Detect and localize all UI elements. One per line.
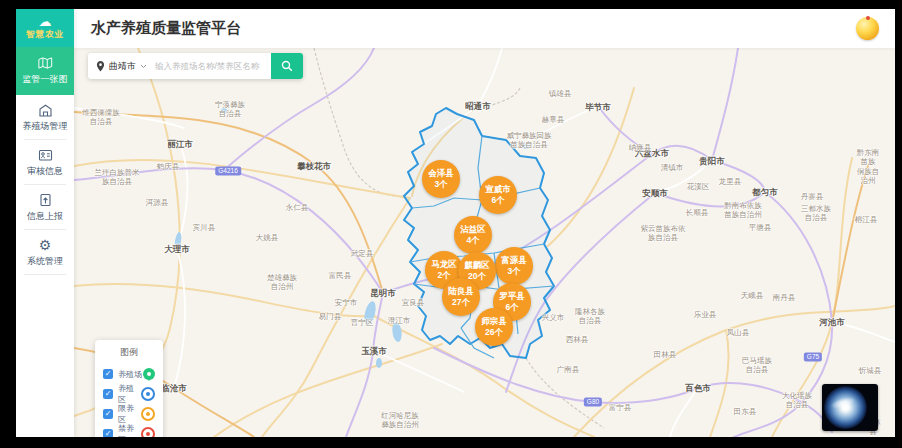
sidebar-divider [24, 274, 66, 275]
user-avatar[interactable] [856, 17, 879, 40]
gear-icon: ⚙ [39, 238, 52, 252]
legend-checkbox[interactable]: ✓ [103, 369, 113, 379]
search-icon [281, 60, 293, 72]
marker-count: 3个 [507, 266, 520, 277]
sidebar-item-label: 系统管理 [27, 255, 63, 268]
marker-county-name: 罗平县 [499, 291, 525, 302]
legend-item: ✓限养区 [103, 404, 155, 424]
marker-count: 6个 [505, 302, 518, 313]
report-icon [38, 193, 53, 207]
satellite-view-toggle[interactable] [822, 384, 878, 431]
road-number-badge: G75 [804, 352, 822, 361]
search-bar: 曲靖市 [88, 53, 303, 79]
cloud-icon: ☁ [39, 15, 52, 28]
legend-checkbox[interactable]: ✓ [103, 409, 113, 419]
marker-county-name: 会泽县 [428, 168, 454, 179]
marker-county-name: 马龙区 [431, 259, 457, 270]
county-cluster-marker[interactable]: 富源县3个 [495, 247, 533, 285]
marker-county-name: 沾益区 [460, 224, 486, 235]
audit-icon [38, 148, 53, 162]
marker-count: 2个 [437, 270, 450, 281]
marker-count: 26个 [485, 327, 503, 338]
marker-county-name: 富源县 [501, 255, 527, 266]
sidebar-item-label: 养殖场管理 [23, 120, 68, 133]
legend-item-label: 养殖区 [118, 383, 141, 405]
legend-panel: 图例 ✓养殖场✓养殖区✓限养区✓禁养区 [95, 340, 163, 437]
map-icon [38, 56, 53, 70]
marker-county-name: 陆良县 [448, 286, 474, 297]
legend-item-label: 禁养区 [118, 423, 141, 437]
county-cluster-marker[interactable]: 沾益区4个 [454, 216, 492, 254]
county-cluster-marker[interactable]: 宣威市6个 [479, 176, 517, 214]
legend-items: ✓养殖场✓养殖区✓限养区✓禁养区 [103, 364, 155, 437]
zone-ring-icon [141, 407, 155, 421]
sidebar-item-info-report[interactable]: 信息上报 [16, 185, 74, 230]
zone-ring-icon [141, 387, 155, 401]
legend-checkbox[interactable]: ✓ [103, 389, 113, 399]
location-pin-icon [96, 61, 105, 72]
sidebar: ☁ 智慧农业 监管一张图 养殖场管理 审核信息 [16, 9, 74, 437]
sidebar-item-label: 监管一张图 [23, 73, 68, 86]
legend-title: 图例 [103, 346, 155, 359]
road-number-badge: G80 [584, 397, 602, 406]
county-cluster-marker[interactable]: 会泽县3个 [422, 160, 460, 198]
legend-item: ✓禁养区 [103, 424, 155, 437]
city-select[interactable]: 曲靖市 [109, 60, 136, 73]
marker-county-name: 麒麟区 [464, 260, 490, 271]
legend-item-label: 养殖场 [118, 369, 143, 380]
county-cluster-marker[interactable]: 陆良县27个 [442, 278, 480, 316]
marker-count: 4个 [466, 235, 479, 246]
zone-ring-icon [141, 427, 155, 437]
farm-icon [38, 103, 53, 117]
app-logo-title: 智慧农业 [26, 29, 64, 41]
sidebar-item-farm-management[interactable]: 养殖场管理 [16, 95, 74, 140]
legend-item-label: 限养区 [118, 403, 141, 425]
legend-item: ✓养殖场 [103, 364, 155, 384]
marker-count: 27个 [452, 297, 470, 308]
marker-count: 3个 [434, 179, 447, 190]
sidebar-item-audit-info[interactable]: 审核信息 [16, 140, 74, 185]
search-button[interactable] [271, 53, 303, 79]
legend-item: ✓养殖区 [103, 384, 155, 404]
marker-county-name: 师宗县 [481, 316, 507, 327]
top-header: 水产养殖质量监管平台 [74, 9, 895, 48]
search-input[interactable] [153, 60, 271, 72]
chevron-down-icon[interactable] [140, 64, 147, 69]
page-title: 水产养殖质量监管平台 [91, 19, 241, 38]
county-cluster-marker[interactable]: 师宗县26个 [475, 308, 513, 346]
road-number-badge: G4216 [215, 166, 241, 175]
app-window: 水产养殖质量监管平台 ☁ 智慧农业 监管一张图 养殖场管理 [16, 9, 895, 437]
map-canvas[interactable]: 昭通市毕节市六盘水市贵阳市安顺市都匀市丽江市大理市攀枝花市昆明市玉溪市临沧市河池… [74, 48, 895, 437]
sidebar-item-label: 审核信息 [27, 165, 63, 178]
marker-county-name: 宣威市 [485, 184, 511, 195]
farm-pin-icon [143, 368, 155, 380]
legend-checkbox[interactable]: ✓ [103, 429, 113, 437]
marker-count: 6个 [491, 195, 504, 206]
app-logo: ☁ 智慧农业 [16, 9, 74, 47]
sidebar-item-supervision-map[interactable]: 监管一张图 [16, 47, 74, 95]
sidebar-item-system-management[interactable]: ⚙ 系统管理 [16, 230, 74, 275]
sidebar-item-label: 信息上报 [27, 210, 63, 223]
